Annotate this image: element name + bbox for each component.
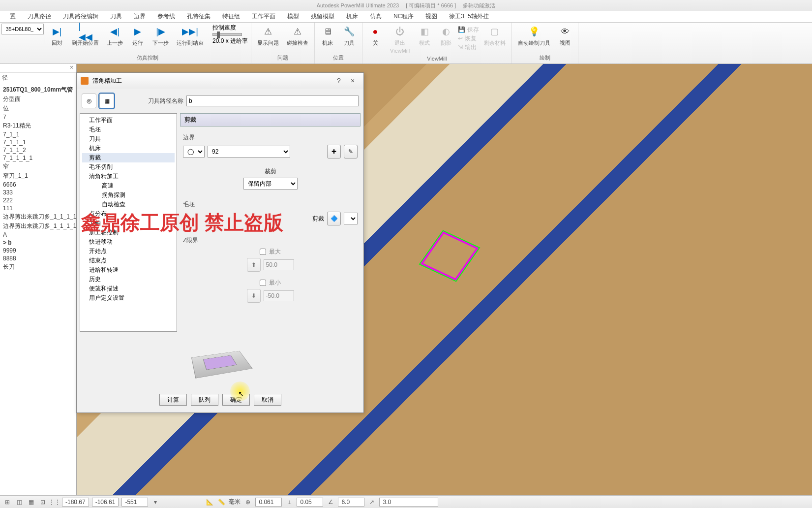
- collision-check[interactable]: ⚠碰撞检查: [284, 24, 311, 48]
- menu-item[interactable]: 特征组: [216, 12, 246, 21]
- panel-close-icon[interactable]: ×: [70, 64, 73, 71]
- blank-label: 毛坯: [183, 200, 358, 209]
- sim-prev[interactable]: ◀|上一步: [104, 24, 126, 48]
- menu-item[interactable]: 机床: [340, 12, 364, 21]
- group-label: 问题: [276, 53, 289, 63]
- sb-icon[interactable]: ◫: [15, 498, 24, 507]
- boundary-select[interactable]: 92: [208, 146, 290, 158]
- angle-icon[interactable]: ∠: [326, 498, 335, 507]
- menu-bar: 置 刀具路径 刀具路径编辑 刀具 边界 参考线 孔特征集 特征组 工作平面 模型…: [0, 11, 812, 23]
- vm-export: ⇲ 输出: [458, 43, 479, 52]
- tolerance-icon[interactable]: ⊕: [243, 498, 252, 507]
- vm-save: 💾 保存: [458, 26, 479, 34]
- cancel-button[interactable]: 取消: [254, 394, 281, 406]
- tool-selector[interactable]: 35+D6L80_3: [1, 24, 44, 34]
- menu-item[interactable]: NC程序: [388, 12, 420, 21]
- vm-restore: ↩ 恢复: [458, 34, 479, 43]
- sim-run[interactable]: ▶运行: [128, 24, 148, 48]
- blank-clip-select[interactable]: [344, 213, 358, 224]
- dialog-title: 清角精加工: [92, 77, 122, 85]
- menu-item[interactable]: 徐工3+5轴外挂: [443, 12, 494, 21]
- dialog-icon: [81, 77, 89, 85]
- queue-button[interactable]: 队列: [191, 394, 218, 406]
- val-a[interactable]: 6.0: [338, 498, 364, 507]
- show-problems[interactable]: ⚠显示问题: [254, 24, 282, 48]
- sim-to-end[interactable]: ▶▶|运行到结束: [174, 24, 207, 48]
- dialog-tree[interactable]: 工作平面毛坯 刀具机床 剪裁 毛坯切削 清角精加工 高速 拐角探测 自动检查 点…: [80, 113, 177, 332]
- menu-item[interactable]: 刀具路径: [22, 12, 57, 21]
- coord-x: -180.67: [62, 498, 89, 507]
- sb-icon[interactable]: ⋮⋮: [50, 498, 59, 507]
- z-min-pick-icon: ⬇: [247, 289, 261, 303]
- vm-remain: ▢剩余材料: [481, 24, 509, 48]
- menu-item[interactable]: 置: [4, 12, 22, 21]
- z-limit-label: Z限界: [183, 236, 358, 245]
- blank-clip-label: 剪裁: [312, 215, 324, 223]
- sim-next[interactable]: |▶下一步: [150, 24, 172, 48]
- menu-item[interactable]: 模型: [281, 12, 305, 21]
- toolpath-name-input[interactable]: [186, 95, 359, 106]
- clip-mode-select[interactable]: 保留内部: [243, 178, 298, 190]
- step-icon[interactable]: ⟂: [285, 498, 294, 507]
- menu-item[interactable]: 刀具路径编辑: [57, 12, 104, 21]
- menu-item[interactable]: 工作平面: [246, 12, 281, 21]
- menu-item[interactable]: 参考线: [151, 12, 181, 21]
- menu-item[interactable]: 刀具: [104, 12, 128, 21]
- strategy-icon-2[interactable]: ▦: [99, 94, 114, 108]
- explorer-panel: × 径 2516TQ1_800_10mm气管 分型面位 7R3-11精光 7_1…: [0, 64, 77, 495]
- menu-item[interactable]: 边界: [128, 12, 151, 21]
- explorer-tree[interactable]: 2516TQ1_800_10mm气管 分型面位 7R3-11精光 7_1_17_…: [0, 83, 76, 495]
- boundary-type-select[interactable]: ◯: [183, 146, 205, 158]
- ok-button[interactable]: 确定: [222, 394, 250, 406]
- val-b[interactable]: 3.0: [379, 498, 438, 507]
- toolpath-name-label: 刀具路径名称: [148, 97, 183, 105]
- angle2-icon[interactable]: ↗: [367, 498, 376, 507]
- ribbon: 35+D6L80_3 ▶|回対 |◀◀到开始位置 ◀|上一步 ▶运行 |▶下一步…: [0, 23, 812, 64]
- sim-play-from-start[interactable]: ▶|回対: [47, 24, 67, 48]
- blank-clip-icon[interactable]: 🔷: [327, 212, 341, 225]
- sb-icon[interactable]: 📐: [205, 498, 214, 507]
- strategy-preview: [186, 336, 255, 390]
- status-bar: ⊞ ◫ ▦ ⊡ ⋮⋮ -180.67 -106.61 -551 ▾ 📐 📏 毫米…: [0, 495, 812, 508]
- draw-view[interactable]: 👁视图: [555, 24, 575, 48]
- z-max-checkbox[interactable]: 最大: [260, 248, 281, 256]
- group-label: ViewMill: [426, 55, 448, 63]
- auto-draw-tool[interactable]: 💡自动绘制刀具: [515, 24, 553, 48]
- selection-box: [420, 231, 479, 281]
- vm-off[interactable]: ●关: [365, 24, 385, 48]
- group-label: 仿真控制: [136, 53, 159, 63]
- z-max-input: [264, 259, 294, 270]
- vm-shade: ◐阴影: [436, 24, 456, 48]
- menu-item[interactable]: 仿真: [364, 12, 388, 21]
- sb-icon[interactable]: ▦: [27, 498, 35, 507]
- group-label: 位置: [332, 53, 345, 63]
- menu-item[interactable]: 视图: [420, 12, 443, 21]
- tolerance-val[interactable]: 0.061: [255, 498, 282, 507]
- z-min-checkbox[interactable]: 最小: [260, 279, 281, 287]
- pos-tool[interactable]: 🔧刀具: [339, 24, 359, 48]
- z-max-pick-icon: ⬆: [247, 258, 261, 272]
- close-button[interactable]: ×: [346, 77, 360, 85]
- sim-to-start[interactable]: |◀◀到开始位置: [69, 24, 102, 48]
- step-val[interactable]: 0.05: [297, 498, 323, 507]
- unit-label: 毫米: [229, 498, 241, 506]
- coord-y: -106.61: [92, 498, 119, 507]
- sb-icon[interactable]: ⊡: [38, 498, 47, 507]
- menu-item[interactable]: 残留模型: [305, 12, 340, 21]
- edit-boundary-icon[interactable]: ✎: [344, 145, 358, 159]
- strategy-icon-1[interactable]: ◎: [82, 94, 96, 108]
- coord-z: -551: [121, 498, 148, 507]
- sb-icon[interactable]: ▾: [151, 498, 160, 507]
- menu-item[interactable]: 孔特征集: [181, 12, 216, 21]
- sb-icon[interactable]: ⊞: [3, 498, 12, 507]
- pick-boundary-icon[interactable]: ✚: [327, 145, 341, 159]
- group-label: 绘制: [539, 53, 551, 63]
- pos-machine[interactable]: 🖥机床: [318, 24, 337, 48]
- help-button[interactable]: ?: [332, 77, 346, 85]
- sb-icon[interactable]: 📏: [217, 498, 226, 507]
- calculate-button[interactable]: 计算: [159, 394, 187, 406]
- clip-label: 裁剪: [265, 167, 276, 176]
- vm-exit: ⏻退出ViewMill: [387, 24, 413, 55]
- corner-finishing-dialog: 清角精加工 ? × ◎ ▦ 刀具路径名称 工作平面毛坯 刀具机床 剪裁 毛坯切削…: [76, 72, 364, 413]
- title-bar: Autodesk PowerMill Ultimate 2023 [ 可编辑项目…: [0, 0, 812, 11]
